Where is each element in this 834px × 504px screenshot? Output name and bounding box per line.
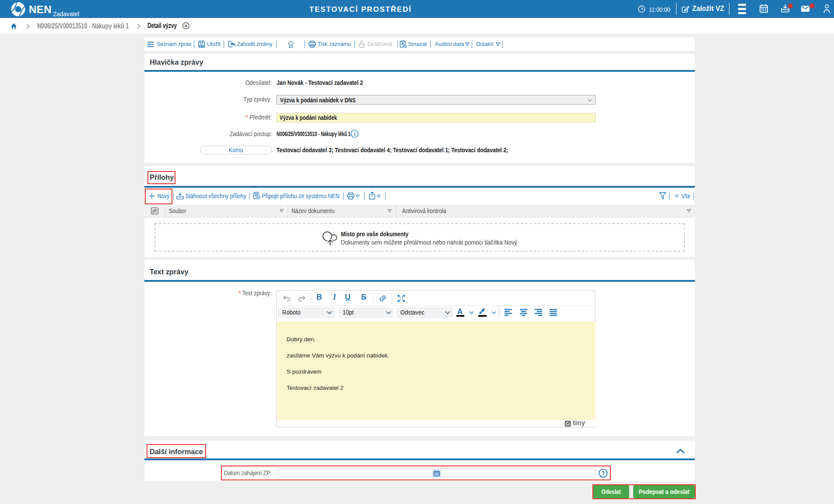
svg-text:?: ? — [602, 470, 605, 476]
